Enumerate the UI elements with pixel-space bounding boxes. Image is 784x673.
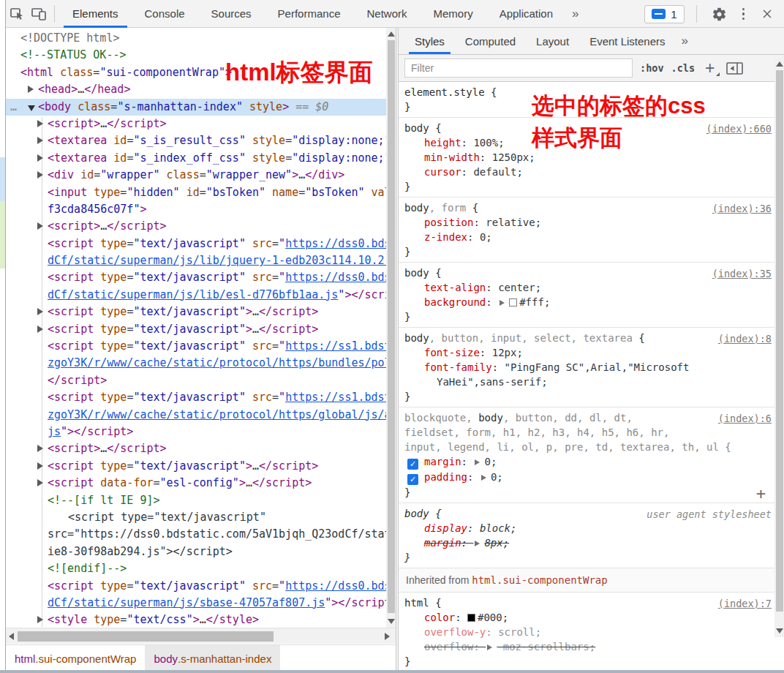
styles-vertical-scrollbar[interactable]	[774, 58, 784, 637]
css-property[interactable]: margin: 8px;	[404, 535, 774, 550]
scrollbar-thumb[interactable]	[776, 70, 783, 612]
collapsed-arrow-icon[interactable]	[37, 171, 43, 178]
tab-network[interactable]: Network	[353, 0, 420, 28]
inspect-element-button[interactable]	[6, 3, 28, 25]
css-property[interactable]: overflow-y: scroll;	[404, 625, 774, 639]
tab-elements[interactable]: Elements	[59, 0, 132, 28]
tab-computed[interactable]: Computed	[455, 28, 526, 54]
tab-application[interactable]: Application	[486, 0, 566, 28]
dom-tree-line[interactable]: <script type="text/javascript">…</script…	[6, 304, 386, 320]
dom-tree-line[interactable]: zgoY3K/r/www/cache/static/protocol/https…	[6, 355, 386, 372]
close-devtools-button[interactable]	[756, 3, 778, 25]
tab-event-listeners[interactable]: Event Listeners	[579, 28, 675, 54]
css-property[interactable]: background: #fff;	[404, 295, 774, 309]
collapsed-arrow-icon[interactable]	[37, 326, 43, 333]
elements-horizontal-scrollbar[interactable]	[6, 628, 396, 644]
stylesheet-source-link[interactable]: (index):36	[712, 203, 772, 214]
css-property[interactable]: font-size: 12px;	[404, 345, 774, 360]
collapsed-arrow-icon[interactable]	[28, 86, 34, 93]
rule-selector[interactable]: fieldset, form, h1, h2, h3, h4, h5, h6, …	[404, 425, 774, 440]
stylesheet-source-link[interactable]: (index):8	[718, 333, 772, 345]
css-property[interactable]: overflow: -moz-scrollbars;	[404, 639, 774, 654]
scroll-up-arrow-icon[interactable]	[388, 31, 395, 37]
stylesheet-source-link[interactable]: (index):660	[706, 123, 772, 135]
scrollbar-thumb[interactable]	[388, 40, 395, 613]
more-tabs-button[interactable]: »	[566, 7, 584, 21]
stylesheet-source-link[interactable]: (index):6	[718, 413, 772, 424]
scroll-down-arrow-icon[interactable]	[388, 619, 395, 624]
dom-tree-line[interactable]: <input type="hidden" id="bsToken" name="…	[6, 184, 386, 201]
computed-sidebar-toggle-button[interactable]	[726, 62, 743, 75]
sidebar-more-tabs-button[interactable]: »	[676, 28, 694, 54]
rule-selector[interactable]: element.style {	[404, 85, 774, 99]
dom-tree-line[interactable]: </script>	[6, 372, 386, 389]
collapsed-arrow-icon[interactable]	[37, 120, 43, 127]
dom-tree-line[interactable]: <script type="text/javascript" src="http…	[6, 338, 386, 355]
console-messages-button[interactable]: 1	[644, 5, 684, 23]
tab-sources[interactable]: Sources	[198, 0, 265, 28]
collapsed-arrow-icon[interactable]	[37, 462, 43, 470]
property-checkbox[interactable]: ✓	[407, 474, 418, 485]
dom-tree-line[interactable]: <script data-for="esl-config">…</script>	[6, 475, 386, 492]
dom-tree-line[interactable]: <script type="text/javascript">…</script…	[6, 321, 386, 338]
tab-performance[interactable]: Performance	[265, 0, 354, 28]
dom-tree-line[interactable]: dCf/static/superman/js/sbase-47057af807.…	[6, 595, 386, 612]
collapsed-arrow-icon[interactable]	[37, 137, 43, 144]
dom-tree-line[interactable]: <script type="text/javascript" src="http…	[6, 236, 386, 252]
css-property[interactable]: text-align: center;	[404, 280, 774, 295]
expanded-arrow-icon[interactable]	[28, 105, 35, 111]
dom-tree-line[interactable]: <script type="text/javascript">…</script…	[6, 458, 386, 475]
css-property[interactable]: min-width: 1250px;	[404, 150, 774, 165]
dom-tree-line[interactable]: src="https://dss0.bdstatic.com/5aV1bjqh_…	[6, 526, 386, 543]
expand-shorthand-icon[interactable]	[475, 459, 480, 465]
expand-shorthand-icon[interactable]	[487, 644, 492, 650]
css-property[interactable]: cursor: default;	[404, 165, 774, 179]
css-property[interactable]: z-index: 0;	[404, 230, 774, 244]
breadcrumb-item-html[interactable]: html.sui-componentWrap	[6, 645, 145, 672]
dom-tree-line[interactable]: <!--STATUS OK-->	[6, 47, 386, 64]
css-property[interactable]: ✓margin: 0;	[404, 454, 774, 470]
styles-filter-input[interactable]	[404, 59, 633, 78]
elements-vertical-scrollbar[interactable]	[386, 28, 396, 628]
collapsed-arrow-icon[interactable]	[37, 445, 43, 452]
toggle-element-state-button[interactable]: :hov	[640, 62, 664, 74]
collapsed-arrow-icon[interactable]	[37, 154, 43, 162]
dom-tree-line[interactable]: <script>…</script>	[6, 440, 386, 457]
dom-tree-line[interactable]: <!--[if lt IE 9]>	[6, 492, 386, 509]
expand-shorthand-icon[interactable]	[500, 300, 505, 306]
dom-tree-line[interactable]: <script>…</script>	[6, 116, 386, 132]
dom-tree-line[interactable]: <html class="sui-componentWrap">	[6, 64, 386, 81]
css-property[interactable]: ✓padding: 0;	[404, 470, 774, 485]
element-classes-button[interactable]: .cls	[671, 62, 696, 74]
dom-tree-line[interactable]: <head>…</head>	[6, 81, 386, 98]
tab-layout[interactable]: Layout	[526, 28, 579, 54]
color-swatch[interactable]	[467, 614, 475, 622]
kebab-menu-button[interactable]	[738, 5, 750, 23]
expand-shorthand-icon[interactable]	[481, 475, 486, 481]
dom-tree-line[interactable]: <script type="text/javascript" src="http…	[6, 578, 386, 595]
dom-tree-line[interactable]: <div id="wrapper" class="wrapper_new">…<…	[6, 167, 386, 184]
collapsed-arrow-icon[interactable]	[37, 479, 43, 486]
css-property[interactable]: color: #000;	[404, 610, 774, 625]
dom-tree-line[interactable]: dCf/static/superman/js/lib/esl-d776bfb1a…	[6, 287, 386, 304]
settings-button[interactable]	[709, 3, 731, 25]
scroll-up-arrow-icon[interactable]	[776, 61, 783, 67]
collapsed-arrow-icon[interactable]	[37, 616, 43, 623]
inherited-node-link[interactable]: html.sui-componentWrap	[472, 574, 607, 586]
new-style-rule-button[interactable]: +	[705, 61, 715, 75]
property-checkbox[interactable]: ✓	[407, 459, 418, 470]
insert-rule-button[interactable]: +	[756, 486, 766, 501]
dom-tree-line[interactable]: <script type="text/javascript" src="http…	[6, 389, 386, 406]
scroll-right-arrow-icon[interactable]	[385, 633, 390, 640]
scroll-left-arrow-icon[interactable]	[9, 633, 14, 640]
breadcrumb-item-body[interactable]: body.s-manhattan-index	[145, 645, 280, 672]
dom-tree-line[interactable]: <script>…</script>	[6, 218, 386, 235]
stylesheet-source-link[interactable]: (index):35	[712, 268, 772, 279]
dom-tree-line[interactable]: <script type="text/javascript" src="http…	[6, 269, 386, 286]
css-property[interactable]: position: relative;	[404, 215, 774, 230]
css-property[interactable]: height: 100%;	[404, 135, 774, 150]
dom-tree-line[interactable]: <!DOCTYPE html>	[6, 30, 386, 47]
tab-styles[interactable]: Styles	[404, 28, 455, 54]
collapsed-arrow-icon[interactable]	[37, 308, 43, 315]
rule-selector[interactable]: input, legend, li, ol, p, pre, td, texta…	[404, 440, 774, 454]
